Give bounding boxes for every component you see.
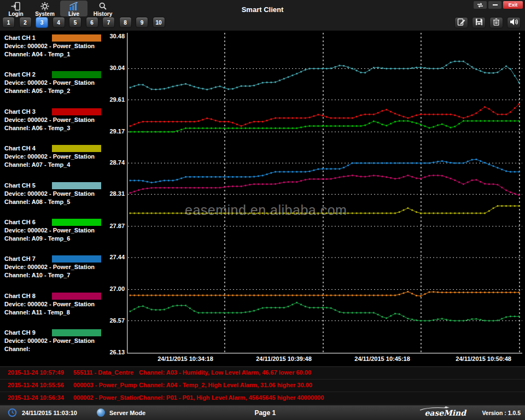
alarm-row[interactable]: 2015-11-24 10:56:34000002 - Power_Statio…	[0, 392, 525, 405]
alarm-list: 2015-11-24 10:57:49555111 - Data_CentreC…	[0, 366, 525, 405]
channel-name: Chart CH 1	[4, 34, 36, 41]
nav-label-login: Login	[8, 11, 23, 17]
alarm-row[interactable]: 2015-11-24 10:57:49555111 - Data_CentreC…	[0, 367, 525, 380]
channel-name: Chart CH 8	[4, 293, 36, 299]
sync-icon	[476, 3, 484, 8]
status-bar: 24/11/2015 11:03:10 Server Mode Page 1 e…	[0, 405, 525, 420]
channel-id: Channel: A05 - Temp_2	[4, 87, 126, 95]
y-tick-label: 26.57	[86, 317, 125, 324]
channel-name: Chart CH 3	[4, 108, 36, 115]
alarm-message: Channel: A03 - Humidity, Low Level Alarm…	[139, 369, 311, 376]
channel-color-swatch	[52, 71, 101, 78]
channel-name: Chart CH 4	[4, 145, 36, 151]
y-tick-label: 29.17	[86, 128, 125, 135]
channel-color-swatch	[52, 145, 101, 152]
exit-button[interactable]: Exit	[503, 1, 523, 9]
page-tab-3[interactable]: 3	[36, 17, 48, 28]
alarm-time: 2015-11-24 10:55:56	[8, 382, 64, 388]
clock-icon	[8, 408, 17, 418]
channel-item-2[interactable]: Chart CH 2Device: 000002 - Power_Station…	[4, 71, 126, 95]
channel-name-row: Chart CH 9	[4, 329, 126, 337]
y-tick-label: 27.87	[86, 223, 125, 229]
alarm-message: Channel: P01 - P01, High Level Alarm, 45…	[139, 394, 324, 401]
channel-name-row: Chart CH 5	[4, 182, 126, 190]
channel-name-row: Chart CH 4	[4, 144, 126, 153]
save-icon	[475, 18, 483, 27]
alarm-message: Channel: A04 - Temp_2, High Level Alarm,…	[139, 382, 312, 388]
alarm-time: 2015-11-24 10:56:34	[8, 394, 64, 401]
channel-name: Chart CH 9	[4, 329, 36, 336]
channel-item-6[interactable]: Chart CH 6Device: 000002 - Power_Station…	[4, 218, 126, 243]
page-tab-7[interactable]: 7	[102, 17, 115, 28]
minimize-icon	[493, 4, 498, 5]
app-window: LoginSystemLiveHistory Smart Client Exit…	[0, 0, 525, 420]
toolbar	[454, 17, 521, 28]
channel-device: Device: 000002 - Power_Station	[4, 300, 126, 308]
channel-id: Channel: A04 - Temp_1	[4, 50, 126, 59]
channel-color-swatch	[52, 293, 101, 300]
x-tick-label: 24/11/2015 10:50:48	[456, 355, 511, 362]
channel-name: Chart CH 6	[4, 219, 36, 225]
save-button[interactable]	[472, 17, 486, 28]
brand-logo: easeMind	[424, 409, 466, 417]
x-axis-labels: 24/11/2015 10:34:1824/11/2015 10:39:4824…	[127, 355, 522, 364]
channel-id: Channel: A09 - Temp_6	[4, 235, 126, 243]
page-tab-6[interactable]: 6	[86, 17, 98, 28]
y-tick-label: 28.74	[86, 159, 125, 166]
tab-row: 12345678910	[2, 17, 165, 28]
page-tab-8[interactable]: 8	[119, 17, 132, 28]
page-tab-9[interactable]: 9	[136, 17, 148, 28]
alarm-device: 000003 - Power_Pump	[73, 382, 137, 388]
page-indicator: Page 1	[254, 409, 276, 417]
page-tab-5[interactable]: 5	[69, 17, 81, 28]
channel-id: Channel: A11 - Temp_8	[4, 308, 126, 317]
login-icon	[10, 2, 21, 11]
nav-label-history: History	[94, 11, 112, 17]
sound-button[interactable]	[507, 17, 521, 28]
speaker-icon	[510, 18, 518, 27]
page-tab-1[interactable]: 1	[2, 17, 15, 28]
trash-icon	[493, 18, 500, 27]
nav-item-history[interactable]: History	[89, 1, 116, 16]
live-chart-icon	[68, 2, 80, 11]
delete-button[interactable]	[489, 17, 503, 28]
channel-item-8[interactable]: Chart CH 8Device: 000002 - Power_Station…	[4, 292, 126, 317]
channel-name-row: Chart CH 2	[4, 71, 126, 79]
page-tab-10[interactable]: 10	[153, 17, 165, 28]
edit-button[interactable]	[454, 17, 468, 28]
channel-id: Channel: A08 - Temp_5	[4, 198, 126, 206]
channel-name: Chart CH 5	[4, 182, 36, 189]
x-tick-label: 24/11/2015 10:34:18	[158, 355, 213, 362]
channel-name: Chart CH 7	[4, 255, 36, 262]
nav-item-live[interactable]: Live	[60, 1, 88, 16]
alarm-time: 2015-11-24 10:57:49	[8, 369, 64, 376]
channel-device: Device: 000002 - Power_Station	[4, 79, 126, 87]
nav-item-system[interactable]: System	[31, 1, 59, 16]
window-controls: Exit	[474, 1, 523, 9]
channel-device: Device: 000002 - Power_Station	[4, 116, 126, 124]
status-datetime: 24/11/2015 11:03:10	[22, 410, 77, 416]
y-tick-label: 29.61	[86, 96, 125, 103]
channel-color-swatch	[52, 182, 101, 189]
channel-name-row: Chart CH 3	[4, 108, 126, 116]
top-bar: LoginSystemLiveHistory Smart Client Exit…	[0, 0, 525, 31]
nav-label-live: Live	[68, 11, 79, 17]
history-search-icon	[97, 2, 108, 11]
y-tick-label: 28.31	[86, 190, 125, 197]
y-tick-label: 30.04	[86, 65, 125, 71]
channel-device: Device: 000002 - Power_Station	[4, 263, 126, 271]
alarm-row[interactable]: 2015-11-24 10:55:56000003 - Power_PumpCh…	[0, 380, 525, 392]
gear-icon	[39, 2, 50, 11]
channel-name: Chart CH 2	[4, 71, 36, 78]
minimize-button[interactable]	[488, 1, 501, 9]
page-tab-2[interactable]: 2	[19, 17, 32, 28]
channel-name-row: Chart CH 8	[4, 292, 126, 300]
sync-button[interactable]	[474, 1, 487, 9]
page-tab-4[interactable]: 4	[52, 17, 65, 28]
y-tick-label: 26.13	[86, 349, 125, 355]
channel-device: Device: 000002 - Power_Station	[4, 42, 126, 50]
y-tick-label: 30.48	[86, 33, 125, 39]
brand-swoosh-icon	[419, 406, 452, 411]
line-chart	[127, 33, 522, 355]
nav-item-login[interactable]: Login	[2, 1, 30, 16]
